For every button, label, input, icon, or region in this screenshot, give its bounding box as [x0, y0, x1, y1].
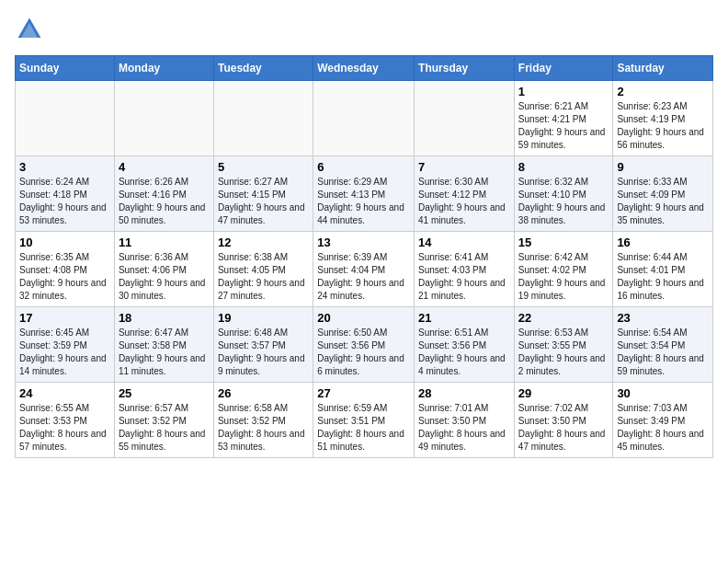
day-number: 19: [218, 311, 309, 325]
calendar-cell: 27Sunrise: 6:59 AM Sunset: 3:51 PM Dayli…: [313, 383, 415, 458]
day-number: 5: [218, 160, 309, 174]
day-info: Sunrise: 6:32 AM Sunset: 4:10 PM Dayligh…: [518, 176, 609, 227]
calendar-cell: 4Sunrise: 6:26 AM Sunset: 4:16 PM Daylig…: [114, 156, 213, 232]
header-tuesday: Tuesday: [213, 56, 313, 81]
day-number: 15: [518, 236, 609, 249]
day-number: 3: [19, 160, 110, 174]
day-info: Sunrise: 6:51 AM Sunset: 3:56 PM Dayligh…: [418, 327, 510, 378]
week-row-1: 1Sunrise: 6:21 AM Sunset: 4:21 PM Daylig…: [16, 81, 713, 156]
calendar-cell: 3Sunrise: 6:24 AM Sunset: 4:18 PM Daylig…: [16, 156, 115, 232]
day-number: 22: [518, 311, 609, 325]
header-sunday: Sunday: [16, 56, 115, 81]
day-info: Sunrise: 6:58 AM Sunset: 3:52 PM Dayligh…: [218, 402, 309, 454]
day-number: 27: [317, 386, 410, 400]
calendar-cell: 12Sunrise: 6:38 AM Sunset: 4:05 PM Dayli…: [213, 232, 313, 307]
header-thursday: Thursday: [415, 56, 515, 81]
day-number: 8: [518, 160, 609, 174]
day-info: Sunrise: 6:53 AM Sunset: 3:55 PM Dayligh…: [518, 327, 609, 378]
day-number: 28: [418, 386, 510, 400]
calendar-cell: 15Sunrise: 6:42 AM Sunset: 4:02 PM Dayli…: [514, 232, 613, 307]
day-info: Sunrise: 6:57 AM Sunset: 3:52 PM Dayligh…: [119, 402, 210, 454]
calendar-table: SundayMondayTuesdayWednesdayThursdayFrid…: [15, 55, 713, 458]
day-number: 7: [418, 160, 510, 174]
week-row-2: 3Sunrise: 6:24 AM Sunset: 4:18 PM Daylig…: [16, 156, 713, 232]
calendar-cell: 16Sunrise: 6:44 AM Sunset: 4:01 PM Dayli…: [613, 232, 713, 307]
day-info: Sunrise: 7:01 AM Sunset: 3:50 PM Dayligh…: [418, 402, 510, 454]
calendar-cell: 8Sunrise: 6:32 AM Sunset: 4:10 PM Daylig…: [514, 156, 613, 232]
day-info: Sunrise: 6:48 AM Sunset: 3:57 PM Dayligh…: [218, 327, 309, 378]
day-info: Sunrise: 6:21 AM Sunset: 4:21 PM Dayligh…: [518, 100, 609, 152]
day-info: Sunrise: 6:27 AM Sunset: 4:15 PM Dayligh…: [218, 176, 309, 227]
calendar-cell: [313, 81, 415, 156]
calendar-cell: [213, 81, 313, 156]
calendar-cell: 23Sunrise: 6:54 AM Sunset: 3:54 PM Dayli…: [613, 307, 713, 383]
calendar-cell: 10Sunrise: 6:35 AM Sunset: 4:08 PM Dayli…: [16, 232, 115, 307]
day-number: 26: [218, 386, 309, 400]
calendar-cell: 7Sunrise: 6:30 AM Sunset: 4:12 PM Daylig…: [415, 156, 515, 232]
header-saturday: Saturday: [613, 56, 713, 81]
day-info: Sunrise: 6:33 AM Sunset: 4:09 PM Dayligh…: [617, 176, 709, 227]
day-number: 6: [317, 160, 410, 174]
header-monday: Monday: [114, 56, 213, 81]
calendar-cell: 17Sunrise: 6:45 AM Sunset: 3:59 PM Dayli…: [16, 307, 115, 383]
calendar-cell: 2Sunrise: 6:23 AM Sunset: 4:19 PM Daylig…: [613, 81, 713, 156]
calendar-cell: [16, 81, 115, 156]
day-info: Sunrise: 6:30 AM Sunset: 4:12 PM Dayligh…: [418, 176, 510, 227]
logo: [15, 15, 48, 44]
calendar-cell: 26Sunrise: 6:58 AM Sunset: 3:52 PM Dayli…: [213, 383, 313, 458]
calendar-cell: 20Sunrise: 6:50 AM Sunset: 3:56 PM Dayli…: [313, 307, 415, 383]
day-info: Sunrise: 6:26 AM Sunset: 4:16 PM Dayligh…: [119, 176, 210, 227]
week-row-5: 24Sunrise: 6:55 AM Sunset: 3:53 PM Dayli…: [16, 383, 713, 458]
calendar-cell: 13Sunrise: 6:39 AM Sunset: 4:04 PM Dayli…: [313, 232, 415, 307]
day-number: 4: [119, 160, 210, 174]
day-info: Sunrise: 6:35 AM Sunset: 4:08 PM Dayligh…: [19, 251, 110, 303]
page-header: [15, 15, 713, 44]
day-number: 25: [119, 386, 210, 400]
day-number: 2: [617, 85, 709, 98]
day-info: Sunrise: 6:24 AM Sunset: 4:18 PM Dayligh…: [19, 176, 110, 227]
day-number: 29: [518, 386, 609, 400]
day-info: Sunrise: 6:50 AM Sunset: 3:56 PM Dayligh…: [317, 327, 410, 378]
header-friday: Friday: [514, 56, 613, 81]
day-info: Sunrise: 6:45 AM Sunset: 3:59 PM Dayligh…: [19, 327, 110, 378]
day-info: Sunrise: 6:44 AM Sunset: 4:01 PM Dayligh…: [617, 251, 709, 303]
calendar-cell: 6Sunrise: 6:29 AM Sunset: 4:13 PM Daylig…: [313, 156, 415, 232]
week-row-4: 17Sunrise: 6:45 AM Sunset: 3:59 PM Dayli…: [16, 307, 713, 383]
day-number: 17: [19, 311, 110, 325]
calendar-cell: 14Sunrise: 6:41 AM Sunset: 4:03 PM Dayli…: [415, 232, 515, 307]
day-number: 1: [518, 85, 609, 98]
day-info: Sunrise: 6:36 AM Sunset: 4:06 PM Dayligh…: [119, 251, 210, 303]
calendar-cell: 18Sunrise: 6:47 AM Sunset: 3:58 PM Dayli…: [114, 307, 213, 383]
header-wednesday: Wednesday: [313, 56, 415, 81]
day-number: 24: [19, 386, 110, 400]
calendar-cell: 28Sunrise: 7:01 AM Sunset: 3:50 PM Dayli…: [415, 383, 515, 458]
day-number: 18: [119, 311, 210, 325]
day-info: Sunrise: 7:03 AM Sunset: 3:49 PM Dayligh…: [617, 402, 709, 454]
calendar-cell: 19Sunrise: 6:48 AM Sunset: 3:57 PM Dayli…: [213, 307, 313, 383]
day-number: 13: [317, 236, 410, 249]
day-number: 23: [617, 311, 709, 325]
day-number: 12: [218, 236, 309, 249]
calendar-cell: 5Sunrise: 6:27 AM Sunset: 4:15 PM Daylig…: [213, 156, 313, 232]
day-number: 20: [317, 311, 410, 325]
calendar-header-row: SundayMondayTuesdayWednesdayThursdayFrid…: [16, 56, 713, 81]
calendar-cell: 1Sunrise: 6:21 AM Sunset: 4:21 PM Daylig…: [514, 81, 613, 156]
day-info: Sunrise: 6:59 AM Sunset: 3:51 PM Dayligh…: [317, 402, 410, 454]
day-info: Sunrise: 6:42 AM Sunset: 4:02 PM Dayligh…: [518, 251, 609, 303]
day-info: Sunrise: 6:23 AM Sunset: 4:19 PM Dayligh…: [617, 100, 709, 152]
day-info: Sunrise: 6:55 AM Sunset: 3:53 PM Dayligh…: [19, 402, 110, 454]
week-row-3: 10Sunrise: 6:35 AM Sunset: 4:08 PM Dayli…: [16, 232, 713, 307]
day-info: Sunrise: 6:54 AM Sunset: 3:54 PM Dayligh…: [617, 327, 709, 378]
calendar-cell: 24Sunrise: 6:55 AM Sunset: 3:53 PM Dayli…: [16, 383, 115, 458]
calendar-cell: 9Sunrise: 6:33 AM Sunset: 4:09 PM Daylig…: [613, 156, 713, 232]
day-info: Sunrise: 6:47 AM Sunset: 3:58 PM Dayligh…: [119, 327, 210, 378]
calendar-cell: 21Sunrise: 6:51 AM Sunset: 3:56 PM Dayli…: [415, 307, 515, 383]
calendar-cell: 30Sunrise: 7:03 AM Sunset: 3:49 PM Dayli…: [613, 383, 713, 458]
day-info: Sunrise: 6:38 AM Sunset: 4:05 PM Dayligh…: [218, 251, 309, 303]
calendar-cell: [114, 81, 213, 156]
day-info: Sunrise: 6:41 AM Sunset: 4:03 PM Dayligh…: [418, 251, 510, 303]
day-number: 11: [119, 236, 210, 249]
day-number: 9: [617, 160, 709, 174]
day-number: 10: [19, 236, 110, 249]
calendar-cell: 25Sunrise: 6:57 AM Sunset: 3:52 PM Dayli…: [114, 383, 213, 458]
